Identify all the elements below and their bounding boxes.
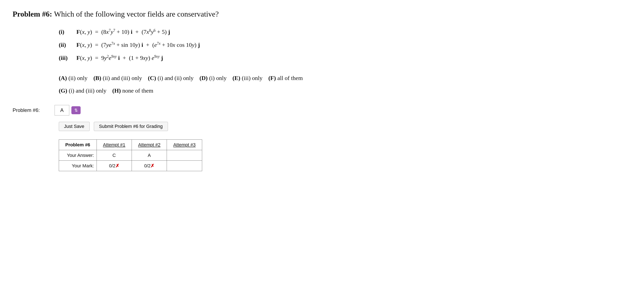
attempt1-answer: C	[96, 150, 132, 161]
table-row-mark: Your Mark: 0/2✗ 0/2✗	[59, 161, 202, 171]
field-iii: (iii) F(x, y) = 9y2e9xy i + (1 + 9xy) e9…	[59, 52, 632, 64]
field-i: (i) F(x, y) = (8x7y7 + 10) i + (7x8y6 + …	[59, 26, 632, 38]
attempts-table: Problem #6 Attempt #1 Attempt #2 Attempt…	[59, 140, 202, 171]
answer-box: A ⇅	[54, 105, 80, 116]
attempt2-mark: 0/2✗	[132, 161, 167, 171]
answer-choices: (A) (ii) only (B) (ii) and (iii) only (C…	[59, 72, 632, 96]
attempt1-mark: 0/2✗	[96, 161, 132, 171]
table-col1-header: Attempt #1	[96, 140, 132, 150]
table-col3-header: Attempt #3	[167, 140, 202, 150]
submit-button[interactable]: Submit Problem #6 for Grading	[94, 122, 168, 131]
answer-dropdown-button[interactable]: ⇅	[71, 106, 80, 114]
attempt2-answer: A	[132, 150, 167, 161]
attempt3-mark	[167, 161, 202, 171]
answer-row-label: Your Answer:	[59, 150, 97, 161]
mark-row-label: Your Mark:	[59, 161, 97, 171]
attempt3-answer	[167, 150, 202, 161]
just-save-button[interactable]: Just Save	[59, 122, 90, 131]
problem-answer-row: Problem #6: A ⇅	[12, 105, 632, 116]
table-col0-header: Problem #6	[59, 140, 97, 150]
action-buttons: Just Save Submit Problem #6 for Grading	[59, 122, 632, 131]
table-col2-header: Attempt #2	[132, 140, 167, 150]
problem-row-label: Problem #6:	[12, 106, 54, 114]
answer-display: A	[54, 105, 69, 116]
field-ii: (ii) F(x, y) = (7ye7x + sin 10y) i + (e7…	[59, 39, 632, 51]
problem-title: Problem #6: Which of the following vecto…	[12, 8, 632, 20]
vector-fields: (i) F(x, y) = (8x7y7 + 10) i + (7x8y6 + …	[59, 26, 632, 64]
chevron-updown-icon: ⇅	[74, 108, 78, 113]
table-row-answer: Your Answer: C A	[59, 150, 202, 161]
